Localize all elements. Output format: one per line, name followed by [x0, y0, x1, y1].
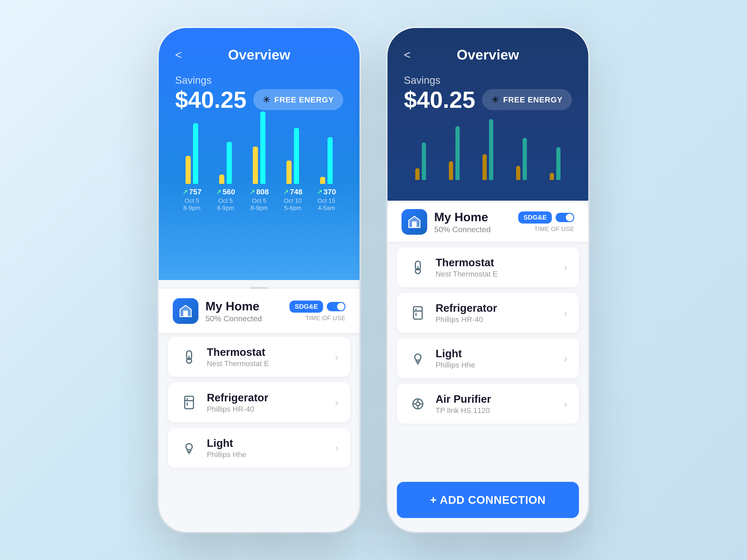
- light-name-1: Light: [207, 437, 327, 449]
- device-card-refrigerator-1[interactable]: Refrigerator Phillips HR-40 ›: [168, 382, 350, 422]
- my-home-card-2: My Home 50% Connected SDG&E TIME OF USE: [387, 201, 588, 242]
- back-button-2[interactable]: <: [404, 48, 411, 61]
- chevron-thermostat-1: ›: [335, 351, 338, 363]
- light-icon-1: [180, 439, 199, 457]
- svg-point-21: [416, 402, 420, 406]
- device-card-light-2[interactable]: Light Phillips Hhe ›: [397, 338, 579, 378]
- refrigerator-model-2: Phillips HR-40: [436, 315, 555, 324]
- chart-group-2-3: [516, 138, 527, 184]
- sdge-section-2: SDG&E TIME OF USE: [518, 211, 574, 233]
- light-svg-2: [410, 351, 425, 366]
- chart-group-1-1: 560 Oct 5 8-9pm: [216, 142, 235, 212]
- chart-group-2-4: [550, 147, 561, 184]
- thermostat-svg-2: [410, 260, 425, 275]
- device-info-light-2: Light Phillips Hhe: [436, 347, 555, 369]
- thermostat-svg-1: [182, 349, 197, 365]
- chevron-light-1: ›: [335, 442, 338, 454]
- chart-group-1-2: 808 Oct 5 8-9pm: [250, 111, 269, 212]
- chart-time-1-3: 5-6pm: [283, 205, 302, 212]
- thermostat-name-1: Thermostat: [207, 346, 327, 358]
- sdge-toggle-1[interactable]: [327, 302, 345, 311]
- svg-rect-3: [185, 396, 193, 408]
- savings-label-2: Savings: [404, 75, 572, 86]
- house-icon-1: [178, 303, 193, 319]
- toggle-knob-1: [337, 303, 344, 310]
- chart-area-2: [404, 123, 572, 184]
- bar-cyan-1-1: [227, 142, 232, 184]
- refrigerator-icon-2: [409, 303, 427, 322]
- my-home-card-1: My Home 50% Connected SDG&E TIME OF USE: [159, 289, 360, 333]
- refrigerator-name-1: Refrigerator: [207, 391, 327, 404]
- add-connection-button[interactable]: + ADD CONNECTION: [397, 482, 579, 518]
- house-icon-2: [407, 214, 422, 229]
- bar-cyan-2-0: [422, 142, 426, 180]
- phone1-body: My Home 50% Connected SDG&E TIME OF USE: [159, 280, 360, 532]
- device-card-air-purifier-2[interactable]: Air Purifier TP lInk HS 1120 ›: [397, 384, 579, 424]
- chart-group-2-0: [415, 142, 426, 184]
- savings-row-1: $40.25 ✳ FREE ENERGY: [175, 88, 343, 111]
- sdge-label-1: SDG&E: [289, 300, 323, 313]
- device-card-thermostat-1[interactable]: Thermostat Nest Thermostat E ›: [168, 337, 350, 377]
- phone-dark: < Overview Savings $40.25 ✳ FREE ENERGY: [387, 28, 588, 532]
- device-card-refrigerator-2[interactable]: Refrigerator Phillips HR-40 ›: [397, 293, 579, 333]
- device-card-thermostat-2[interactable]: Thermostat Nest Thermostat E ›: [397, 247, 579, 287]
- home-info-2: My Home 50% Connected: [434, 210, 511, 234]
- refrigerator-name-2: Refrigerator: [436, 302, 555, 314]
- bar-yellow-1-2: [253, 146, 258, 184]
- home-name-2: My Home: [434, 210, 511, 224]
- chevron-refrigerator-2: ›: [564, 307, 567, 319]
- bar-yellow-2-1: [449, 161, 453, 180]
- bar-cyan-2-2: [489, 119, 493, 180]
- chart-value-1-4: 370: [317, 188, 336, 196]
- air-purifier-name-2: Air Purifier: [436, 393, 555, 405]
- free-energy-button-1[interactable]: ✳ FREE ENERGY: [253, 89, 343, 110]
- chart-value-1-1: 560: [216, 188, 235, 196]
- chart-group-2-2: [483, 119, 493, 184]
- phone2-header: < Overview Savings $40.25 ✳ FREE ENERGY: [387, 28, 588, 201]
- device-info-air-purifier-2: Air Purifier TP lInk HS 1120: [436, 393, 555, 415]
- chart-group-2-1: [449, 126, 460, 184]
- bar-yellow-2-4: [550, 173, 554, 180]
- home-connected-1: 50% Connected: [205, 314, 282, 323]
- chevron-refrigerator-1: ›: [335, 397, 338, 408]
- chart-value-1-2: 808: [250, 188, 269, 196]
- light-svg-1: [182, 441, 197, 455]
- phone2-body: My Home 50% Connected SDG&E TIME OF USE: [387, 201, 588, 532]
- bar-cyan-1-3: [294, 128, 299, 184]
- light-name-2: Light: [436, 347, 555, 360]
- chevron-light-2: ›: [564, 352, 567, 364]
- bar-yellow-1-0: [186, 156, 191, 184]
- chart-label-1-0: 757 Oct 5 8-9pm: [182, 188, 202, 212]
- device-card-light-1[interactable]: Light Phillips Hhe ›: [168, 428, 350, 468]
- chart-date-1-2: Oct 5: [250, 197, 269, 205]
- refrigerator-svg-2: [410, 305, 425, 320]
- bar-yellow-2-0: [415, 168, 419, 180]
- bar-cyan-2-4: [556, 147, 561, 180]
- sdge-toggle-row-2: SDG&E: [518, 211, 574, 223]
- bar-yellow-2-3: [516, 166, 520, 180]
- time-of-use-1: TIME OF USE: [305, 315, 345, 322]
- home-info-1: My Home 50% Connected: [205, 299, 282, 323]
- chart-group-1-4: 370 Oct 15 4-5am: [317, 137, 336, 212]
- chart-date-1-0: Oct 5: [182, 197, 202, 205]
- free-energy-button-2[interactable]: ✳ FREE ENERGY: [482, 89, 572, 110]
- savings-row-2: $40.25 ✳ FREE ENERGY: [404, 88, 572, 111]
- thermostat-model-2: Nest Thermostat E: [436, 270, 555, 278]
- sdge-toggle-2[interactable]: [556, 213, 574, 222]
- thermostat-icon-2: [409, 258, 427, 277]
- refrigerator-svg-1: [182, 395, 197, 410]
- light-model-1: Phillips Hhe: [207, 450, 327, 459]
- back-button-1[interactable]: <: [175, 48, 182, 61]
- free-energy-label-1: FREE ENERGY: [274, 95, 334, 104]
- air-purifier-icon-2: [409, 395, 427, 413]
- chart-time-1-0: 8-9pm: [182, 205, 202, 212]
- device-list-1: Thermostat Nest Thermostat E › Refrigera: [159, 337, 360, 532]
- chart-date-1-1: Oct 5: [216, 197, 235, 205]
- chart-group-1-3: 748 Oct 10 5-6pm: [283, 128, 302, 212]
- time-of-use-2: TIME OF USE: [534, 225, 574, 233]
- chart-time-1-1: 8-9pm: [216, 205, 235, 212]
- phone1-header: < Overview Savings $40.25 ✳ FREE ENERGY: [159, 28, 360, 280]
- page-title-2: Overview: [457, 47, 519, 63]
- home-icon-1: [173, 298, 199, 324]
- sdge-toggle-row-1: SDG&E: [289, 300, 345, 313]
